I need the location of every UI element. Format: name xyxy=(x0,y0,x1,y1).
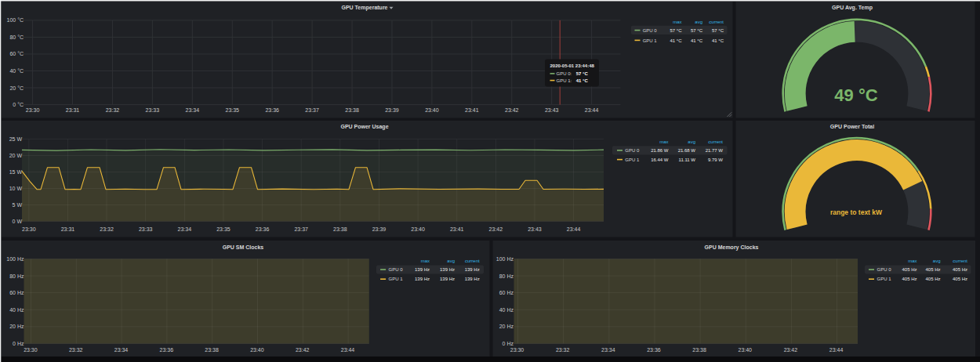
svg-text:23:37: 23:37 xyxy=(294,226,308,232)
svg-text:avg: avg xyxy=(447,259,455,263)
svg-text:GPU Avg. Temp: GPU Avg. Temp xyxy=(832,5,873,11)
svg-text:23:35: 23:35 xyxy=(225,107,239,113)
svg-text:GPU SM Clocks: GPU SM Clocks xyxy=(223,244,264,250)
svg-text:23:39: 23:39 xyxy=(372,226,387,232)
svg-text:23:30: 23:30 xyxy=(26,107,40,113)
svg-text:23:40: 23:40 xyxy=(411,226,425,232)
svg-text:23:36: 23:36 xyxy=(265,107,279,113)
svg-text:139 Hz: 139 Hz xyxy=(440,267,455,272)
svg-text:current: current xyxy=(465,259,480,263)
svg-text:GPU 0: GPU 0 xyxy=(877,267,892,272)
svg-text:139 Hz: 139 Hz xyxy=(415,267,430,272)
svg-text:max: max xyxy=(659,139,668,144)
svg-text:21.86 W: 21.86 W xyxy=(651,148,669,153)
svg-text:avg: avg xyxy=(688,139,695,144)
svg-text:GPU 0: GPU 0 xyxy=(625,148,640,153)
svg-text:23:34: 23:34 xyxy=(114,347,129,353)
svg-text:60 °C: 60 °C xyxy=(9,51,24,56)
svg-text:57 °C: 57 °C xyxy=(712,28,724,33)
svg-text:100 °C: 100 °C xyxy=(7,17,24,23)
svg-text:23:42: 23:42 xyxy=(505,107,519,113)
svg-text:23:30: 23:30 xyxy=(24,347,38,353)
svg-text:405 Hz: 405 Hz xyxy=(925,277,940,281)
svg-text:23:32: 23:32 xyxy=(556,347,570,353)
svg-text:5 W: 5 W xyxy=(13,202,23,208)
svg-text:405 Hz: 405 Hz xyxy=(925,267,940,272)
svg-text:23:36: 23:36 xyxy=(256,226,270,232)
svg-text:405 Hz: 405 Hz xyxy=(953,267,967,272)
svg-text:21.68 W: 21.68 W xyxy=(678,148,696,153)
svg-text:11.11 W: 11.11 W xyxy=(679,157,696,162)
svg-text:405 Hz: 405 Hz xyxy=(902,277,916,281)
svg-text:80 Hz: 80 Hz xyxy=(499,273,514,279)
svg-text:23:34: 23:34 xyxy=(186,107,200,113)
svg-text:0 °C: 0 °C xyxy=(13,102,24,107)
svg-text:23:44: 23:44 xyxy=(341,347,355,353)
svg-text:23:42: 23:42 xyxy=(784,347,798,353)
svg-text:GPU Power Usage: GPU Power Usage xyxy=(340,124,388,130)
svg-text:21.77 W: 21.77 W xyxy=(706,148,724,153)
svg-text:23:38: 23:38 xyxy=(345,107,359,113)
svg-text:80 °C: 80 °C xyxy=(9,34,24,40)
svg-text:current: current xyxy=(953,259,967,263)
svg-text:40 Hz: 40 Hz xyxy=(9,307,24,313)
svg-text:23:36: 23:36 xyxy=(160,347,174,353)
svg-text:23:34: 23:34 xyxy=(178,226,192,232)
svg-text:range to text kW: range to text kW xyxy=(830,208,883,216)
svg-text:23:39: 23:39 xyxy=(385,107,399,113)
svg-text:20 W: 20 W xyxy=(9,153,23,158)
svg-text:0 Hz: 0 Hz xyxy=(13,341,24,346)
svg-text:23:38: 23:38 xyxy=(692,347,706,353)
svg-text:25 W: 25 W xyxy=(9,136,23,142)
svg-text:49 °C: 49 °C xyxy=(834,85,877,105)
svg-text:current: current xyxy=(708,139,723,144)
svg-text:16.44 W: 16.44 W xyxy=(651,157,669,162)
svg-text:57 °C: 57 °C xyxy=(576,71,589,76)
svg-text:41 °C: 41 °C xyxy=(670,38,682,43)
svg-text:41 °C: 41 °C xyxy=(691,38,703,43)
svg-text:23:33: 23:33 xyxy=(139,226,153,232)
svg-text:20 Hz: 20 Hz xyxy=(9,324,24,329)
svg-text:23:31: 23:31 xyxy=(66,107,80,113)
svg-text:2020-05-01 23:44:48: 2020-05-01 23:44:48 xyxy=(550,63,595,68)
svg-text:GPU Memory Clocks: GPU Memory Clocks xyxy=(705,244,759,251)
svg-text:GPU 0:: GPU 0: xyxy=(557,71,572,76)
svg-text:57 °C: 57 °C xyxy=(691,28,703,33)
svg-text:139 Hz: 139 Hz xyxy=(465,267,480,272)
svg-text:GPU 0: GPU 0 xyxy=(389,267,404,272)
svg-text:100 Hz: 100 Hz xyxy=(496,256,514,262)
svg-text:23:42: 23:42 xyxy=(296,347,310,353)
svg-text:0 W: 0 W xyxy=(13,219,23,224)
svg-text:9.79 W: 9.79 W xyxy=(708,157,723,162)
svg-text:23:30: 23:30 xyxy=(22,226,36,232)
svg-text:GPU 1: GPU 1 xyxy=(389,277,404,281)
svg-text:23:44: 23:44 xyxy=(567,226,581,232)
svg-text:57 °C: 57 °C xyxy=(670,28,682,33)
svg-text:60 Hz: 60 Hz xyxy=(499,290,514,295)
svg-text:41 °C: 41 °C xyxy=(712,38,724,43)
svg-text:0 Hz: 0 Hz xyxy=(503,341,514,346)
svg-text:80 Hz: 80 Hz xyxy=(9,273,24,279)
svg-text:23:43: 23:43 xyxy=(528,226,542,232)
svg-text:405 Hz: 405 Hz xyxy=(953,277,967,281)
svg-text:10 W: 10 W xyxy=(9,186,23,191)
svg-text:15 W: 15 W xyxy=(9,169,23,175)
svg-text:139 Hz: 139 Hz xyxy=(415,277,430,281)
svg-text:GPU 1: GPU 1 xyxy=(625,157,640,162)
svg-text:GPU 0: GPU 0 xyxy=(643,28,658,33)
svg-text:23:40: 23:40 xyxy=(250,347,264,353)
svg-text:20 Hz: 20 Hz xyxy=(499,324,514,329)
svg-text:23:41: 23:41 xyxy=(465,107,479,113)
svg-text:23:38: 23:38 xyxy=(205,347,219,353)
svg-text:avg: avg xyxy=(933,259,941,263)
svg-text:GPU 1: GPU 1 xyxy=(877,277,892,281)
svg-text:23:41: 23:41 xyxy=(450,226,464,232)
svg-text:139 Hz: 139 Hz xyxy=(465,277,480,281)
svg-text:23:31: 23:31 xyxy=(61,226,75,232)
svg-text:23:32: 23:32 xyxy=(106,107,120,113)
svg-text:23:40: 23:40 xyxy=(738,347,752,353)
svg-text:23:44: 23:44 xyxy=(585,107,599,113)
svg-text:23:42: 23:42 xyxy=(489,226,503,232)
svg-text:20 °C: 20 °C xyxy=(9,85,24,91)
svg-text:23:44: 23:44 xyxy=(829,347,844,353)
